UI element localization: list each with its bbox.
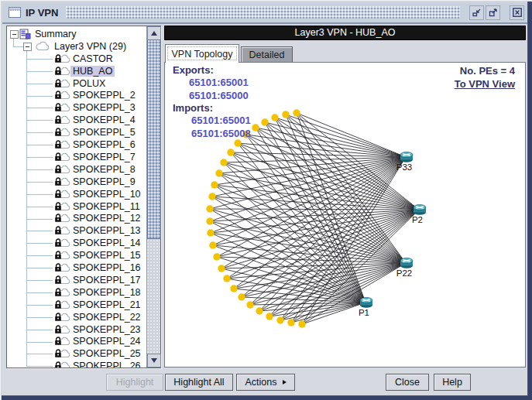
tree-connector-line [26,96,53,97]
vpn-site-node[interactable] [276,316,283,323]
pe-router-node-p2[interactable] [414,204,426,214]
vpn-tree: SummaryLayer3 VPN (29)CASTORHUB_AOPOLUXS… [7,26,147,368]
vpn-site-node[interactable] [215,169,222,176]
tree-item-spokeppl_8[interactable]: SPOKEPPL_8 [54,163,138,176]
actions-button[interactable]: Actions [236,374,295,391]
vpn-site-node[interactable] [230,285,237,292]
vpn-site-node[interactable] [206,217,213,224]
help-button[interactable]: Help [434,374,471,391]
tab-vpn-topology[interactable]: VPN Topology [165,44,239,63]
pe-router-node-p22[interactable] [400,258,413,268]
import-route-target: 65101:65008 [191,127,251,140]
tree-collapse-toggle[interactable] [10,30,19,39]
tree-item-spokeppl_22[interactable]: SPOKEPPL_22 [54,311,143,323]
vpn-site-node[interactable] [256,307,263,314]
tree-item-spokeppl_17[interactable]: SPOKEPPL_17 [54,274,143,286]
tree-item-castor[interactable]: CASTOR [54,53,115,65]
vpn-site-node[interactable] [238,293,245,300]
vpn-link-line [221,263,406,268]
tree-item-spokeppl_16[interactable]: SPOKEPPL_16 [54,262,143,274]
vpn-site-node[interactable] [261,118,268,125]
tree-item-spokeppl_15[interactable]: SPOKEPPL_15 [54,249,143,262]
vpn-site-node[interactable] [234,139,241,146]
vpn-link-line [275,118,406,157]
tree-connector-line [26,71,53,72]
scroll-up-button[interactable] [147,26,161,40]
vpn-lock-cloud-icon [54,299,70,310]
tree-item-spokeppl_6[interactable]: SPOKEPPL_6 [54,138,138,151]
export-route-target: 65101:65000 [189,89,251,102]
vpn-site-node[interactable] [209,241,216,248]
vpn-site-node[interactable] [252,124,259,131]
tree-item-spokeppl_26[interactable]: SPOKEPPL_26 [54,360,143,368]
vpn-site-node[interactable] [266,313,273,320]
tree-item-spokeppl_24[interactable]: SPOKEPPL_24 [54,336,143,348]
tree-item-spokeppl_14[interactable]: SPOKEPPL_14 [54,237,143,249]
tree-item-label: SPOKEPPL_5 [70,127,138,138]
vpn-site-node[interactable] [227,149,234,156]
tree-item-spokeppl_2[interactable]: SPOKEPPL_2 [54,90,138,102]
to-vpn-view-link[interactable]: To VPN View [455,78,515,90]
tab-bar: VPN Topology Detailed [164,45,526,62]
tree-item-layer3-vpn[interactable]: Layer3 VPN (29) [36,40,129,53]
tree-item-spokeppl_18[interactable]: SPOKEPPL_18 [54,286,143,299]
vpn-lock-cloud-icon [54,53,70,64]
pe-router-node-p1[interactable] [360,297,372,307]
tree-item-label: SPOKEPPL_26 [70,361,143,368]
tree-item-spokeppl_9[interactable]: SPOKEPPL_9 [54,176,138,188]
pe-router-node-p33[interactable] [400,152,413,162]
highlight-all-button[interactable]: Highlight All [165,374,233,391]
scrollbar-thumb[interactable] [147,39,161,239]
window-titlebar[interactable]: IP VPN [2,2,527,24]
vpn-site-node[interactable] [293,109,300,116]
tree-item-hub_ao[interactable]: HUB_AO [54,65,115,77]
tree-item-spokeppl_11[interactable]: SPOKEPPL_11 [54,200,142,213]
tree-item-spokeppl_13[interactable]: SPOKEPPL_13 [54,224,143,237]
tree-item-spokeppl_12[interactable]: SPOKEPPL_12 [54,213,143,225]
vpn-site-node[interactable] [206,205,213,212]
tree-scrollbar[interactable] [146,26,160,368]
tree-item-spokeppl_5[interactable]: SPOKEPPL_5 [54,126,138,138]
vpn-lock-cloud-icon [54,348,70,359]
vpn-site-node[interactable] [213,253,220,260]
vpn-site-node[interactable] [271,114,278,121]
vpn-site-node[interactable] [298,320,305,327]
tree-item-spokeppl_3[interactable]: SPOKEPPL_3 [54,101,138,114]
vpn-site-node[interactable] [211,181,218,188]
vpn-site-node[interactable] [282,111,289,118]
vpn-site-node[interactable] [220,159,227,166]
tree-item-summary[interactable]: Summary [19,28,78,40]
vpn-site-node[interactable] [287,319,294,326]
tab-detailed[interactable]: Detailed [241,46,293,63]
vpn-site-node[interactable] [218,265,225,272]
vpn-site-node[interactable] [207,229,214,236]
highlight-button[interactable]: Highlight [106,374,163,391]
vpn-lock-cloud-icon [54,262,70,273]
vpn-site-node[interactable] [208,193,215,200]
tree-collapse-toggle[interactable] [23,43,32,51]
tree-item-label: SPOKEPPL_16 [70,262,143,273]
vpn-site-node[interactable] [246,301,253,308]
maximize-button[interactable] [486,5,500,20]
tree-connector-line [26,243,53,244]
pe-router-label: P33 [396,162,412,172]
tree-item-spokeppl_10[interactable]: SPOKEPPL_10 [54,188,143,200]
close-button[interactable] [510,5,524,20]
close-dialog-button[interactable]: Close [386,374,429,391]
tree-item-spokeppl_4[interactable]: SPOKEPPL_4 [54,114,138,126]
minimize-button[interactable] [469,5,484,20]
tree-item-spokeppl_25[interactable]: SPOKEPPL_25 [54,347,143,360]
pe-router-label: P1 [359,308,369,317]
tree-item-label: SPOKEPPL_22 [70,312,143,323]
vpn-lock-cloud-icon [54,152,70,162]
tree-item-label: SPOKEPPL_14 [70,238,143,248]
tree-item-polux[interactable]: POLUX [54,77,108,90]
tree-connector-line [26,207,53,207]
tree-item-spokeppl_21[interactable]: SPOKEPPL_21 [54,299,143,311]
tree-item-spokeppl_23[interactable]: SPOKEPPL_23 [54,323,143,336]
tree-item-spokeppl_7[interactable]: SPOKEPPL_7 [54,151,138,163]
tree-item-label: Layer3 VPN (29) [52,41,129,52]
vpn-site-node[interactable] [223,275,230,282]
vpn-lock-cloud-icon [54,164,70,175]
scroll-down-button[interactable] [147,354,161,368]
